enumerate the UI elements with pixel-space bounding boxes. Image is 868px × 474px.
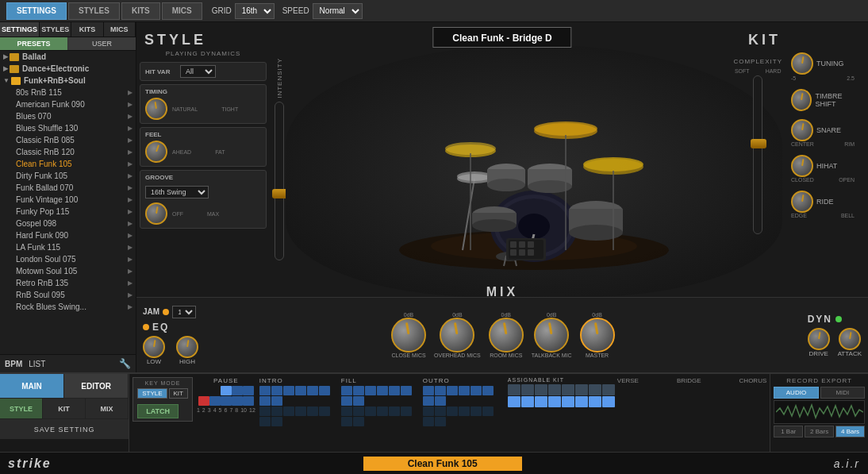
list-item[interactable]: London Soul 075 ▶ <box>0 253 136 265</box>
seq-pad[interactable] <box>221 386 232 395</box>
folder-ballad[interactable]: ▶ Ballad <box>0 51 136 63</box>
low-knob[interactable] <box>143 336 165 358</box>
wrench-icon[interactable]: 🔧 <box>119 358 131 369</box>
seq-pad[interactable] <box>602 396 615 407</box>
close-mics-knob[interactable] <box>391 318 426 353</box>
seq-pad[interactable] <box>365 386 376 395</box>
intensity-slider[interactable] <box>275 102 284 260</box>
sidebar-tab-mics[interactable]: MICS <box>104 22 136 37</box>
seq-pad[interactable] <box>353 407 364 416</box>
seq-pad[interactable] <box>353 386 364 395</box>
seq-pad[interactable] <box>271 417 282 426</box>
editor-tab[interactable]: EDITOR <box>64 374 129 398</box>
seq-pad[interactable] <box>259 407 271 416</box>
seq-pad[interactable] <box>589 384 601 395</box>
kit-tab[interactable]: KIT <box>43 399 86 418</box>
talkback-mic-knob[interactable] <box>534 318 569 353</box>
save-setting-button[interactable]: SAVE SETTING <box>0 418 129 439</box>
seq-pad[interactable] <box>521 384 534 395</box>
tuning-knob[interactable] <box>791 52 813 75</box>
seq-pad[interactable] <box>548 384 561 395</box>
seq-pad[interactable] <box>459 407 470 416</box>
high-knob[interactable] <box>176 336 198 358</box>
list-item[interactable]: Blues Shuffle 130 ▶ <box>0 122 136 134</box>
seq-pad[interactable] <box>283 407 294 416</box>
seq-pad[interactable] <box>562 396 574 407</box>
seq-pad[interactable] <box>377 407 388 416</box>
tab-mics[interactable]: MICS <box>162 2 202 20</box>
seq-pad[interactable] <box>198 386 209 395</box>
list-item[interactable]: LA Funk 115 ▶ <box>0 241 136 253</box>
ride-knob[interactable] <box>791 191 813 213</box>
play-icon[interactable]: ▶ <box>128 89 133 96</box>
seq-pad[interactable] <box>209 386 221 395</box>
play-icon[interactable]: ▶ <box>128 172 133 179</box>
seq-pad[interactable] <box>259 417 271 426</box>
seq-pad[interactable] <box>319 386 330 395</box>
folder-dance[interactable]: ▶ Dance+Electronic <box>0 63 136 75</box>
seq-pad[interactable] <box>602 384 615 395</box>
list-item[interactable]: Classic RnB 085 ▶ <box>0 134 136 146</box>
seq-pad[interactable] <box>535 384 547 395</box>
midi-tab[interactable]: MIDI <box>820 387 865 399</box>
snare-knob[interactable] <box>791 119 813 141</box>
seq-pad[interactable] <box>423 407 434 416</box>
seq-pad[interactable] <box>435 386 446 395</box>
groove-knob[interactable] <box>145 202 167 225</box>
seq-pad[interactable] <box>341 407 352 416</box>
play-icon[interactable]: ▶ <box>128 208 133 215</box>
list-item[interactable]: Retro RnB 135 ▶ <box>0 277 136 289</box>
play-icon[interactable]: ▶ <box>128 268 133 275</box>
list-item[interactable]: Funk Vintage 100 ▶ <box>0 194 136 206</box>
play-icon[interactable]: ▶ <box>128 113 133 120</box>
seq-pad[interactable] <box>562 384 574 395</box>
seq-pad[interactable] <box>209 396 221 406</box>
list-item[interactable]: Hard Funk 090 ▶ <box>0 229 136 241</box>
list-item[interactable]: Funky Pop 115 ▶ <box>0 206 136 218</box>
master-knob[interactable] <box>580 318 615 353</box>
sidebar-tab-styles[interactable]: STYLES <box>40 22 71 37</box>
seq-pad[interactable] <box>423 386 434 395</box>
room-mics-knob[interactable] <box>489 318 524 353</box>
hihat-knob[interactable] <box>791 155 813 177</box>
2-bars-tab[interactable]: 2 Bars <box>805 426 834 437</box>
seq-pad[interactable] <box>341 417 352 426</box>
play-icon[interactable]: ▶ <box>128 303 133 310</box>
seq-pad[interactable] <box>447 407 458 416</box>
seq-pad[interactable] <box>548 396 561 407</box>
style-tab[interactable]: STYLE <box>0 399 43 418</box>
seq-pad[interactable] <box>459 386 470 395</box>
play-icon[interactable]: ▶ <box>128 160 133 168</box>
seq-pad[interactable] <box>243 396 254 406</box>
seq-pad[interactable] <box>435 396 446 406</box>
list-item[interactable]: Rock Blues Swing... ▶ <box>0 301 136 313</box>
seq-pad[interactable] <box>377 386 388 395</box>
seq-pad[interactable] <box>198 396 209 406</box>
audio-tab[interactable]: AUDIO <box>774 387 818 399</box>
presets-button[interactable]: PRESETS <box>0 37 68 50</box>
seq-pad[interactable] <box>295 407 306 416</box>
tab-styles[interactable]: STYLES <box>68 2 120 20</box>
seq-pad[interactable] <box>232 396 243 406</box>
list-item[interactable]: RnB Soul 095 ▶ <box>0 289 136 301</box>
play-icon[interactable]: ▶ <box>128 279 133 287</box>
sidebar-tab-kits[interactable]: KITS <box>71 22 103 37</box>
drive-knob[interactable] <box>808 328 830 350</box>
seq-pad[interactable] <box>271 386 282 395</box>
seq-pad[interactable] <box>341 396 352 406</box>
seq-pad[interactable] <box>401 386 412 395</box>
seq-pad[interactable] <box>447 386 458 395</box>
overhead-mics-knob[interactable] <box>440 318 474 353</box>
seq-pad[interactable] <box>389 386 400 395</box>
style-mode-button[interactable]: STYLE <box>137 388 167 399</box>
seq-pad[interactable] <box>232 386 243 395</box>
complexity-thumb[interactable] <box>751 139 766 148</box>
list-item[interactable]: 80s RnB 115 ▶ <box>0 87 136 98</box>
play-icon[interactable]: ▶ <box>128 125 133 132</box>
grid-select[interactable]: 16th 8th 4th <box>235 3 275 19</box>
seq-pad[interactable] <box>521 396 534 407</box>
play-icon[interactable]: ▶ <box>128 184 133 191</box>
jam-select[interactable]: 1 2 3 <box>172 306 196 318</box>
complexity-slider[interactable] <box>753 75 762 234</box>
timing-knob[interactable] <box>142 94 171 123</box>
